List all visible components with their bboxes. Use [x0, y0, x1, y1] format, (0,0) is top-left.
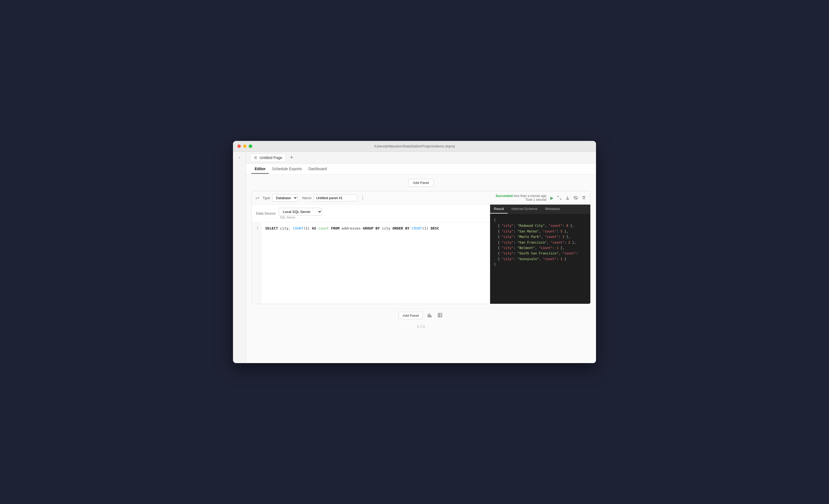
code-editor: 1 SELECT city, COUNT(1) AS count FROM ad… — [252, 222, 490, 304]
nav-bar: Editor Schedule Exports Dashboard — [246, 164, 596, 175]
status-succeeded-text: Succeeded — [496, 194, 513, 198]
add-panel-top-button[interactable]: Add Panel — [408, 179, 434, 187]
main-content: 🗑 Untitled Page + Editor Schedule Export… — [246, 152, 596, 363]
status-took-text: Took 1 second — [526, 198, 546, 202]
add-tab-button[interactable]: + — [288, 154, 295, 161]
add-panel-bottom-button[interactable]: Add Panel — [398, 312, 423, 319]
svg-rect-4 — [438, 313, 442, 317]
nav-editor[interactable]: Editor — [251, 165, 269, 174]
run-button[interactable]: ▶ — [550, 195, 554, 201]
collapse-up-icon[interactable]: ▴ — [255, 196, 257, 200]
chart-icon[interactable] — [426, 312, 433, 319]
svg-rect-1 — [428, 315, 429, 317]
traffic-lights — [237, 144, 252, 148]
version-text: 0.7.0 — [251, 322, 590, 331]
panel-header-right: Succeeded less than a minute ago Took 1 … — [496, 194, 586, 202]
hide-button[interactable] — [573, 195, 578, 201]
panel-editor-section: Data Source Local SQL Server SQL Server … — [252, 205, 490, 304]
panel-name-label: Name — [302, 196, 312, 200]
panel-body: Data Source Local SQL Server SQL Server … — [252, 205, 590, 304]
table-icon[interactable] — [436, 312, 443, 319]
result-content: [ { "city": "Redwood City", "count": 8 }… — [490, 214, 590, 271]
panel-card: ▴ ▾ Type Database Name ⋮ Succeeded — [251, 191, 590, 304]
panel-actions: ▶ — [550, 195, 586, 201]
datasource-label: Data Source — [256, 211, 276, 215]
expand-button[interactable] — [557, 195, 562, 201]
panel-result-section: Result Inferred Schema Metadata [ { "cit… — [490, 205, 590, 304]
panel-menu-button[interactable]: ⋮ — [359, 195, 366, 201]
result-tab-metadata[interactable]: Metadata — [541, 205, 564, 214]
page-tab[interactable]: 🗑 Untitled Page — [250, 154, 286, 162]
editor-area: Add Panel ▴ ▾ Type Database Name — [246, 175, 596, 363]
sidebar: › — [233, 152, 246, 363]
tabs-bar: 🗑 Untitled Page + — [246, 152, 596, 164]
svg-rect-2 — [429, 314, 430, 317]
panel-collapse-buttons[interactable]: ▴ ▾ — [255, 196, 259, 200]
titlebar: /Users/philipeaton/DataStationProjects/d… — [233, 141, 596, 152]
datasource-select-wrapper: Local SQL Server SQL Server — [279, 208, 322, 219]
status-time-text: less than a minute ago — [514, 194, 546, 198]
line-numbers: 1 — [252, 222, 261, 304]
svg-rect-3 — [431, 316, 431, 317]
minimize-button[interactable] — [243, 144, 247, 148]
datasource-row: Data Source Local SQL Server SQL Server — [252, 205, 490, 222]
page-tab-label: Untitled Page — [259, 155, 282, 160]
panel-type-label: Type — [262, 196, 270, 200]
app-window: /Users/philipeaton/DataStationProjects/d… — [233, 141, 596, 363]
datasource-subtitle: SQL Server — [280, 216, 322, 219]
bottom-toolbar: Add Panel — [251, 309, 590, 322]
datasource-select[interactable]: Local SQL Server — [279, 208, 322, 216]
app-body: › 🗑 Untitled Page + Editor Schedule Expo… — [233, 152, 596, 363]
download-button[interactable] — [565, 195, 570, 201]
result-tab-result[interactable]: Result — [490, 205, 508, 214]
nav-dashboard[interactable]: Dashboard — [305, 165, 330, 174]
result-tab-schema[interactable]: Inferred Schema — [508, 205, 541, 214]
window-title: /Users/philipeaton/DataStationProjects/d… — [374, 144, 455, 148]
code-content[interactable]: SELECT city, COUNT(1) AS count FROM addr… — [261, 222, 490, 304]
maximize-button[interactable] — [249, 144, 252, 148]
nav-schedule-exports[interactable]: Schedule Exports — [269, 165, 305, 174]
sidebar-collapse-icon[interactable]: › — [239, 155, 240, 160]
close-button[interactable] — [237, 144, 241, 148]
collapse-down-icon[interactable]: ▾ — [258, 196, 259, 200]
panel-header: ▴ ▾ Type Database Name ⋮ Succeeded — [252, 191, 590, 205]
panel-type-select[interactable]: Database — [272, 194, 298, 202]
delete-panel-button[interactable] — [581, 195, 586, 201]
result-tabs: Result Inferred Schema Metadata — [490, 205, 590, 214]
panel-status: Succeeded less than a minute ago Took 1 … — [496, 194, 546, 202]
panel-name-input[interactable] — [314, 194, 357, 201]
trash-icon[interactable]: 🗑 — [254, 155, 257, 159]
